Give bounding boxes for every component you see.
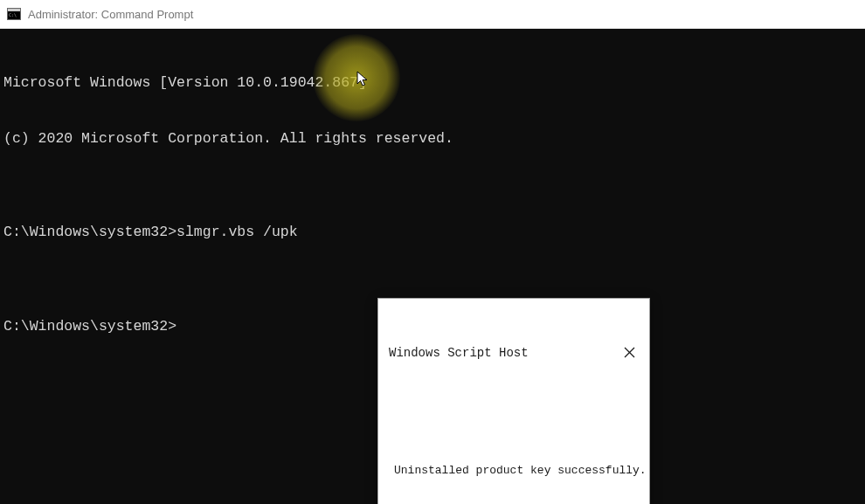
terminal-line: C:\Windows\system32>slmgr.vbs /upk (3, 223, 862, 241)
dialog-message: Uninstalled product key successfully. (394, 464, 633, 479)
message-dialog: Windows Script Host Uninstalled product … (377, 298, 650, 504)
terminal-area[interactable]: Microsoft Windows [Version 10.0.19042.86… (0, 29, 865, 504)
window-title: Administrator: Command Prompt (28, 8, 193, 21)
dialog-title: Windows Script Host (389, 345, 529, 361)
cmd-icon (7, 8, 21, 20)
dialog-body: Uninstalled product key successfully. (378, 407, 649, 504)
window-titlebar[interactable]: Administrator: Command Prompt (0, 0, 865, 29)
dialog-titlebar[interactable]: Windows Script Host (378, 336, 649, 369)
terminal-line: Microsoft Windows [Version 10.0.19042.86… (3, 73, 862, 92)
close-icon (624, 347, 635, 358)
close-button[interactable] (609, 336, 649, 369)
terminal-line: (c) 2020 Microsoft Corporation. All righ… (3, 129, 862, 148)
